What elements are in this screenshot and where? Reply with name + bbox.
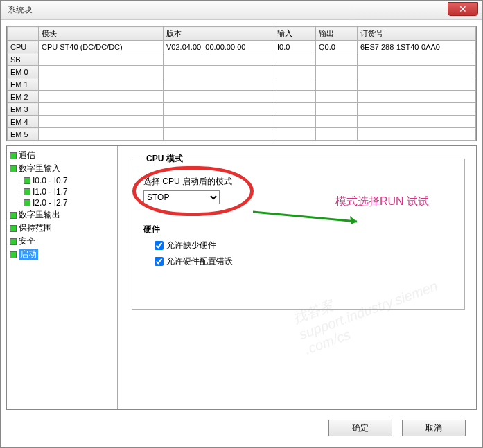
tree-item[interactable]: 启动: [8, 248, 116, 261]
cell-module[interactable]: [39, 128, 164, 141]
cell-input: [274, 91, 316, 103]
cell-version: V02.04.00_00.00.00.00: [164, 41, 274, 53]
tree-child-label: I0.0 - I0.7: [33, 176, 68, 186]
allow-missing-hw-label: 允许缺少硬件: [166, 240, 216, 251]
tree-item-label: 安全: [19, 235, 35, 247]
cell-input: [274, 78, 316, 91]
tree-child-item[interactable]: I0.0 - I0.7: [8, 175, 116, 186]
tree-box-icon: [10, 152, 17, 159]
row-label: EM 2: [8, 91, 39, 103]
tree-item-label: 数字里输出: [19, 209, 60, 221]
cell-output: [316, 66, 358, 78]
svg-line-0: [253, 212, 357, 222]
cell-input: I0.0: [274, 41, 316, 53]
tree-box-icon: [24, 177, 30, 184]
title-bar: 系统块 ✕: [1, 1, 482, 20]
tree-child-item[interactable]: I2.0 - I2.7: [8, 197, 116, 208]
mode-label: 选择 CPU 启动后的模式: [143, 176, 453, 188]
row-label: EM 0: [8, 66, 39, 78]
table-row[interactable]: EM 0: [8, 66, 476, 78]
cell-input: [274, 116, 316, 128]
tree-child-label: I2.0 - I2.7: [33, 198, 68, 208]
table-header-row: 模块 版本 输入 输出 订货号: [8, 27, 476, 41]
mode-wrap: 选择 CPU 启动后的模式 STOP: [143, 176, 453, 204]
table-row[interactable]: EM 1: [8, 78, 476, 91]
row-label: CPU: [8, 41, 39, 53]
cell-module[interactable]: [39, 66, 164, 78]
cell-output: [316, 116, 358, 128]
tree-box-icon: [24, 188, 30, 195]
cell-order: 6ES7 288-1ST40-0AA0: [358, 41, 476, 53]
table-row[interactable]: EM 5: [8, 128, 476, 141]
row-label: EM 3: [8, 103, 39, 116]
table-row[interactable]: CPUCPU ST40 (DC/DC/DC)V02.04.00_00.00.00…: [8, 41, 476, 53]
cell-module[interactable]: [39, 53, 164, 66]
close-button[interactable]: ✕: [448, 2, 478, 16]
allow-hw-config-error-checkbox[interactable]: [155, 257, 164, 266]
window-title: 系统块: [8, 4, 33, 16]
table-row[interactable]: EM 3: [8, 103, 476, 116]
module-table: 模块 版本 输入 输出 订货号 CPUCPU ST40 (DC/DC/DC)V0…: [7, 26, 476, 141]
cell-order: [358, 78, 476, 91]
module-table-wrap: 模块 版本 输入 输出 订货号 CPUCPU ST40 (DC/DC/DC)V0…: [6, 26, 477, 141]
allow-hw-config-error-label: 允许硬件配置错误: [166, 256, 233, 267]
tree-item-label: 通信: [19, 150, 35, 161]
nav-tree: 通信数字里输入I0.0 - I0.7I1.0 - I1.7I2.0 - I2.7…: [7, 146, 118, 409]
row-label: SB: [8, 53, 39, 66]
tree-item[interactable]: 数字里输出: [8, 208, 116, 222]
cell-input: [274, 103, 316, 116]
close-icon: ✕: [459, 3, 467, 15]
cell-order: [358, 53, 476, 66]
cell-version: [164, 78, 274, 91]
col-output: 输出: [316, 27, 358, 41]
row-label: EM 5: [8, 128, 39, 141]
dialog-window: 系统块 ✕ 模块 版本 输入 输出 订货号 CPUCPU ST40 (DC/DC…: [0, 0, 483, 448]
cell-order: [358, 128, 476, 141]
col-module: 模块: [39, 27, 164, 41]
cell-input: [274, 128, 316, 141]
cell-version: [164, 128, 274, 141]
tree-item[interactable]: 通信: [8, 149, 116, 162]
cb-row-1: 允许缺少硬件: [155, 240, 453, 251]
row-label: EM 4: [8, 116, 39, 128]
cpu-mode-legend: CPU 模式: [143, 153, 186, 165]
cell-module[interactable]: [39, 91, 164, 103]
table-row[interactable]: EM 4: [8, 116, 476, 128]
cell-module[interactable]: [39, 116, 164, 128]
ok-button[interactable]: 确定: [328, 420, 392, 436]
cell-order: [358, 116, 476, 128]
col-order: 订货号: [358, 27, 476, 41]
cell-module[interactable]: CPU ST40 (DC/DC/DC): [39, 41, 164, 53]
tree-item-label: 数字里输入: [19, 163, 60, 174]
table-row[interactable]: SB: [8, 53, 476, 66]
dialog-content: 模块 版本 输入 输出 订货号 CPUCPU ST40 (DC/DC/DC)V0…: [1, 20, 482, 447]
cell-input: [274, 53, 316, 66]
cell-order: [358, 103, 476, 116]
tree-child-item[interactable]: I1.0 - I1.7: [8, 186, 116, 197]
col-version: 版本: [164, 27, 274, 41]
tree-item[interactable]: 数字里输入: [8, 162, 116, 175]
tree-box-icon: [10, 225, 17, 232]
cell-version: [164, 53, 274, 66]
detail-panel: 找答案 support.industry.siemen .com/cs CPU …: [121, 146, 476, 409]
cell-module[interactable]: [39, 78, 164, 91]
tree-box-icon: [24, 199, 30, 206]
cell-version: [164, 103, 274, 116]
cancel-button[interactable]: 取消: [402, 420, 466, 436]
tree-box-icon: [10, 212, 17, 219]
cell-module[interactable]: [39, 103, 164, 116]
table-row[interactable]: EM 2: [8, 91, 476, 103]
cell-output: [316, 53, 358, 66]
tree-item[interactable]: 安全: [8, 235, 116, 248]
allow-missing-hw-checkbox[interactable]: [155, 241, 164, 250]
button-bar: 确定 取消: [6, 414, 477, 442]
col-input: 输入: [274, 27, 316, 41]
cell-output: [316, 78, 358, 91]
tree-item[interactable]: 保持范围: [8, 222, 116, 235]
cb-row-2: 允许硬件配置错误: [155, 256, 453, 267]
cell-version: [164, 116, 274, 128]
tree-child-label: I1.0 - I1.7: [33, 187, 68, 197]
mode-select[interactable]: STOP: [143, 190, 220, 204]
tree-box-icon: [10, 165, 17, 172]
cell-output: Q0.0: [316, 41, 358, 53]
